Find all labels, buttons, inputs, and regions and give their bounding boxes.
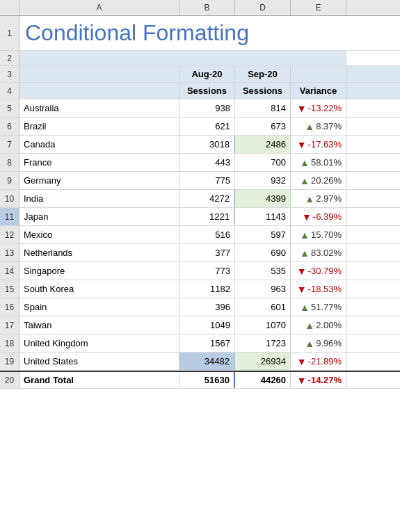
table-row: 5 Australia 938 814 ▼ -13.22% (0, 99, 400, 118)
empty-row-2: 2 (0, 51, 400, 66)
sep-sessions: 700 (235, 154, 291, 171)
table-row: 6 Brazil 621 673 ▲ 8.37% (0, 118, 400, 136)
sep-sessions: 26934 (235, 353, 291, 370)
header-4-d: Sessions (235, 83, 291, 99)
country-name: Spain (19, 298, 179, 316)
arrow-up-icon: ▲ (300, 175, 310, 186)
variance-value: 2.00% (316, 320, 342, 330)
header-4-a (19, 83, 179, 99)
row-num: 11 (0, 208, 19, 225)
row-num: 12 (0, 226, 19, 243)
row-num: 16 (0, 298, 19, 316)
row-num: 7 (0, 136, 19, 153)
arrow-up-icon: ▲ (300, 157, 310, 168)
sep-sessions: 673 (235, 118, 291, 135)
aug-sessions: 775 (179, 172, 235, 189)
aug-sessions: 443 (179, 154, 235, 171)
aug-sessions: 773 (179, 262, 235, 280)
header-4-b: Sessions (179, 83, 235, 99)
country-name: United Kingdom (19, 334, 179, 352)
country-name: South Korea (19, 280, 179, 298)
grand-total-sep: 44260 (235, 372, 291, 388)
table-row: 7 Canada 3018 2486 ▼ -17.63% (0, 136, 400, 154)
table-row: 10 India 4272 4399 ▲ 2.97% (0, 190, 400, 208)
variance-value: 9.96% (316, 338, 342, 348)
country-name: Japan (19, 208, 179, 225)
variance: ▲ 83.02% (291, 244, 346, 261)
grand-total-row: 20 Grand Total 51630 44260 ▼ -14.27% (0, 371, 400, 389)
variance: ▼ -21.89% (291, 353, 346, 370)
sep-sessions: 932 (235, 172, 291, 189)
table-row: 9 Germany 775 932 ▲ 20.26% (0, 172, 400, 190)
table-row: 16 Spain 396 601 ▲ 51.77% (0, 298, 400, 316)
col-header-rownum (0, 0, 19, 15)
header-3-d: Sep-20 (235, 66, 291, 82)
row-num-4: 4 (0, 83, 19, 99)
aug-sessions: 1182 (179, 280, 235, 298)
variance: ▲ 2.00% (291, 316, 346, 334)
row-num: 9 (0, 172, 19, 189)
aug-sessions: 621 (179, 118, 235, 135)
variance: ▲ 15.70% (291, 226, 346, 243)
country-name: Netherlands (19, 244, 179, 261)
column-headers: A B D E (0, 0, 400, 16)
col-header-b: B (179, 0, 235, 15)
header-3-e (291, 66, 346, 82)
row-num: 6 (0, 118, 19, 135)
country-name: Singapore (19, 262, 179, 280)
sep-sessions: 690 (235, 244, 291, 261)
sep-sessions: 535 (235, 262, 291, 280)
aug-sessions: 3018 (179, 136, 235, 153)
aug-sessions: 396 (179, 298, 235, 316)
variance: ▼ -13.22% (291, 99, 346, 117)
grand-total-arrow-down: ▼ (297, 375, 307, 386)
country-name: Brazil (19, 118, 179, 135)
variance-value: 58.01% (311, 157, 342, 168)
table-row: 11 Japan 1221 1143 ▼ -6.39% (0, 208, 400, 226)
variance-value: -21.89% (308, 356, 342, 366)
variance: ▲ 58.01% (291, 154, 346, 171)
variance-value: -30.79% (308, 266, 342, 276)
sep-sessions: 597 (235, 226, 291, 243)
arrow-down-icon: ▼ (297, 284, 307, 295)
country-name: Australia (19, 99, 179, 117)
row-num: 19 (0, 353, 19, 370)
variance: ▼ -18.53% (291, 280, 346, 298)
arrow-up-icon: ▲ (305, 121, 314, 132)
header-row-3: 3 Aug-20 Sep-20 (0, 66, 400, 83)
row-num: 15 (0, 280, 19, 298)
variance-value: 2.97% (316, 193, 342, 204)
arrow-down-icon: ▼ (297, 139, 307, 150)
variance: ▲ 2.97% (291, 190, 346, 207)
variance: ▲ 20.26% (291, 172, 346, 189)
aug-sessions: 938 (179, 99, 235, 117)
aug-sessions: 4272 (179, 190, 235, 207)
grand-total-rownum: 20 (0, 372, 19, 388)
sep-sessions: 601 (235, 298, 291, 316)
variance-value: 51.77% (311, 302, 342, 312)
variance-value: -13.22% (308, 103, 342, 113)
col-header-a: A (19, 0, 179, 15)
row-num-1: 1 (0, 16, 19, 50)
aug-sessions: 1049 (179, 316, 235, 334)
arrow-down-icon: ▼ (297, 103, 307, 114)
country-name: Germany (19, 172, 179, 189)
row-num: 8 (0, 154, 19, 171)
sep-sessions: 4399 (235, 190, 291, 207)
table-row: 8 France 443 700 ▲ 58.01% (0, 154, 400, 172)
table-row: 13 Netherlands 377 690 ▲ 83.02% (0, 244, 400, 262)
spreadsheet: A B D E 1 Conditional Formatting 2 3 Aug… (0, 0, 400, 389)
variance-value: 8.37% (316, 121, 342, 131)
grand-total-variance: ▼ -14.27% (291, 372, 346, 388)
spreadsheet-title: Conditional Formatting (19, 17, 346, 49)
variance-value: 83.02% (311, 248, 342, 258)
country-name: Canada (19, 136, 179, 153)
header-3-b: Aug-20 (179, 66, 235, 82)
header-3-a (19, 66, 179, 82)
arrow-down-icon: ▼ (297, 266, 307, 277)
variance-value: 15.70% (311, 229, 342, 240)
sep-sessions: 963 (235, 280, 291, 298)
row-num: 14 (0, 262, 19, 280)
table-row: 17 Taiwan 1049 1070 ▲ 2.00% (0, 316, 400, 334)
data-rows: 5 Australia 938 814 ▼ -13.22% 6 Brazil 6… (0, 99, 400, 371)
